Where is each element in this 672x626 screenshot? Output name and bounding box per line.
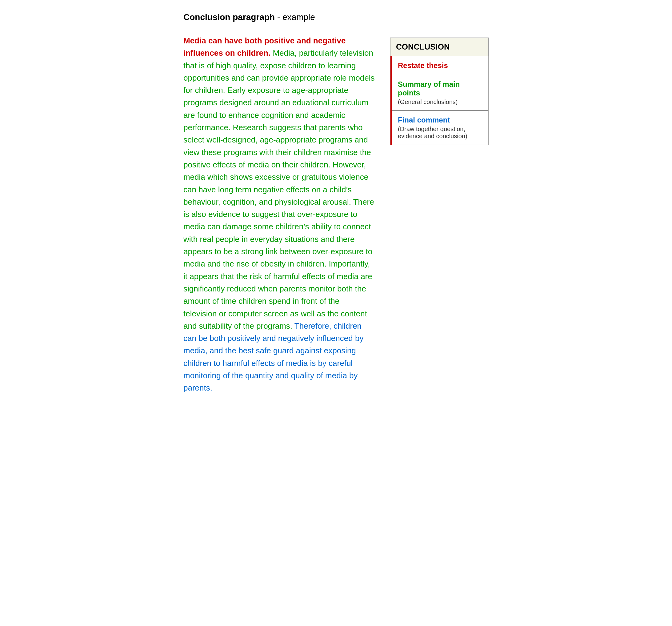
- restate-title: Restate thesis: [398, 61, 482, 70]
- title-bold: Conclusion paragraph: [184, 12, 275, 22]
- conclusion-item-restate: Restate thesis: [392, 56, 488, 75]
- final-comment-text: Therefore, children can be both positive…: [184, 321, 363, 392]
- summary-subtitle: (General conclusions): [398, 98, 482, 106]
- summary-text: Media, particularly television that is o…: [184, 48, 375, 330]
- conclusion-items: Restate thesis Summary of main points (G…: [390, 56, 488, 145]
- conclusion-item-final: Final comment (Draw together question, e…: [392, 111, 488, 145]
- main-layout: Media can have both positive and negativ…: [184, 34, 488, 394]
- sidebar: CONCLUSION Restate thesis Summary of mai…: [390, 38, 488, 145]
- conclusion-item-summary: Summary of main points (General conclusi…: [392, 75, 488, 111]
- final-subtitle: (Draw together question, evidence and co…: [398, 125, 482, 140]
- title-normal: - example: [275, 12, 315, 22]
- conclusion-header: CONCLUSION: [390, 38, 488, 56]
- conclusion-box: CONCLUSION Restate thesis Summary of mai…: [390, 38, 488, 145]
- summary-title: Summary of main points: [398, 80, 482, 97]
- page-title: Conclusion paragraph - example: [184, 12, 488, 22]
- essay-body: Media can have both positive and negativ…: [184, 34, 375, 394]
- final-title: Final comment: [398, 116, 482, 124]
